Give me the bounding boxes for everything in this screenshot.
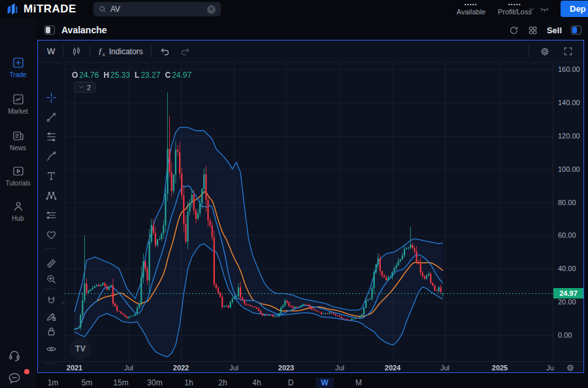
timeframe-30m[interactable]: 30m — [138, 378, 172, 388]
price-tick-label: 140.00 — [558, 99, 580, 106]
price-axis[interactable]: 160.00140.00120.00100.0080.0060.0040.002… — [553, 63, 583, 361]
long-position-tool[interactable] — [44, 208, 58, 222]
topbar: MiTRADE ✕ ••••• Available ••••• Profit/L… — [0, 0, 588, 18]
timeframe-1m[interactable]: 1m — [36, 378, 70, 388]
indicators-label: Indicators — [109, 47, 143, 56]
search-clear-icon[interactable]: ✕ — [207, 5, 216, 14]
support-headset-icon[interactable] — [7, 348, 22, 363]
mitrade-logo-icon — [5, 2, 20, 16]
chevron-down-icon — [78, 84, 84, 90]
timeframe-w[interactable]: W — [308, 378, 342, 388]
legend-c-value: C24.97 — [165, 71, 191, 80]
text-tool-tool[interactable] — [44, 169, 58, 183]
price-tick-label: 100.00 — [558, 165, 580, 173]
eye-off-icon[interactable] — [540, 5, 549, 13]
time-tick-label: 2023 — [278, 364, 294, 372]
time-tick-label: 2021 — [67, 364, 82, 372]
crosshair-tool[interactable] — [44, 90, 58, 105]
price-tick-label: 20.00 — [558, 298, 576, 306]
refresh-icon[interactable] — [509, 25, 519, 35]
drawing-lock-tool[interactable] — [44, 309, 58, 323]
lock-all-tool[interactable] — [44, 324, 58, 338]
sidebar-item-hub[interactable]: Hub — [0, 200, 36, 222]
toolbar-divider — [45, 289, 57, 289]
fib-retracement-icon — [46, 131, 57, 142]
ohlc-legend: O24.76H25.33L23.27C24.97 — [72, 71, 191, 80]
price-tick-label: 0.00 — [558, 331, 572, 339]
timeframe-4h[interactable]: 4h — [240, 378, 274, 388]
time-tick-label: Jul — [124, 364, 133, 372]
panel-layout-icon[interactable] — [44, 25, 55, 35]
chat-icon[interactable] — [7, 371, 22, 385]
timeframe-bar: 1m5m15m30m1h2h4hDWM — [36, 376, 588, 388]
hub-icon — [0, 200, 36, 213]
sidebar-item-trade[interactable]: Trade — [0, 56, 36, 78]
ruler-tool[interactable] — [44, 256, 58, 270]
sidebar-item-market[interactable]: Market — [0, 93, 36, 115]
timeframe-d[interactable]: D — [274, 378, 308, 388]
time-axis[interactable]: 2021Jul2022Jul2023Jul2024Jul2025Ju — [38, 361, 583, 372]
timeframe-15m[interactable]: 15m — [104, 378, 138, 388]
fx-icon: ƒx — [98, 46, 105, 57]
zoom-in-tool[interactable] — [44, 272, 58, 286]
brush-icon — [46, 151, 57, 162]
redo-button[interactable] — [175, 44, 196, 59]
sidebar-item-label: News — [0, 144, 36, 152]
available-balance: ••••• Available — [454, 1, 488, 16]
legend-o-value: O24.76 — [72, 71, 99, 80]
sell-panel-toggle[interactable] — [571, 25, 581, 35]
chart-toolbar: W ƒx Indicators — [38, 40, 583, 63]
indicators-collapse-button[interactable]: 2 — [74, 82, 95, 93]
trade-icon — [0, 56, 36, 69]
sidebar-item-news[interactable]: News — [0, 129, 36, 152]
symbol-header: Avalanche Sell — [37, 22, 588, 39]
timeframe-2h[interactable]: 2h — [206, 378, 240, 388]
crosshair-icon — [46, 92, 57, 103]
search-input[interactable] — [110, 5, 195, 14]
zoom-in-icon — [46, 274, 57, 285]
available-label: Available — [454, 7, 488, 16]
timeframe-1h[interactable]: 1h — [172, 378, 206, 388]
market-icon — [0, 93, 36, 106]
tradingview-watermark[interactable]: TV — [69, 338, 91, 360]
candle-style-icon[interactable] — [66, 44, 87, 59]
sidebar-item-label: Hub — [0, 215, 36, 222]
sidebar-item-label: Market — [0, 108, 36, 115]
sidebar-item-label: Tutorials — [0, 180, 36, 187]
price-tick-label: 80.00 — [558, 199, 576, 206]
time-tick-label: Ju — [546, 364, 554, 372]
price-chart[interactable] — [65, 63, 553, 361]
indicators-button[interactable]: ƒx Indicators — [93, 43, 148, 60]
interval-button[interactable]: W — [42, 44, 60, 59]
xabcd-pattern-tool[interactable] — [44, 188, 58, 202]
time-axis-settings-gear-icon[interactable] — [566, 363, 575, 372]
magnet-icon — [46, 295, 57, 306]
legend-h-value: H25.33 — [103, 71, 130, 80]
grid-layout-icon[interactable] — [528, 25, 538, 35]
search-box[interactable]: ✕ — [93, 2, 221, 16]
brush-tool[interactable] — [44, 149, 58, 163]
trend-line-tool[interactable] — [44, 110, 58, 124]
fib-retracement-tool[interactable] — [44, 129, 58, 144]
legend-l-value: L23.27 — [135, 71, 160, 80]
timeframe-m[interactable]: M — [342, 378, 376, 388]
toolbar-collapse-handle[interactable]: ‹ — [61, 299, 64, 306]
hide-all-tool[interactable] — [44, 342, 58, 356]
sidebar-item-tutorials[interactable]: Tutorials — [0, 165, 36, 187]
text-tool-icon — [46, 170, 57, 182]
emoji-icon — [46, 229, 57, 240]
deposit-button[interactable]: Dep — [561, 1, 588, 17]
timeframe-5m[interactable]: 5m — [70, 378, 104, 388]
news-icon — [0, 129, 36, 142]
magnet-tool[interactable] — [44, 293, 58, 308]
chart-settings-gear-icon[interactable] — [534, 44, 555, 59]
undo-button[interactable] — [154, 44, 175, 59]
fullscreen-icon[interactable] — [558, 44, 578, 59]
chevron-down-icon[interactable] — [528, 5, 536, 13]
emoji-tool[interactable] — [44, 227, 58, 242]
collapsed-indicator-count: 2 — [87, 84, 91, 91]
mitrade-logo[interactable]: MiTRADE — [0, 2, 76, 16]
logo-text: MiTRADE — [24, 3, 76, 16]
chart-panel: W ƒx Indicators ‹ O24.76H25.33L23 — [37, 40, 584, 373]
price-tick-label: 160.00 — [558, 65, 580, 73]
